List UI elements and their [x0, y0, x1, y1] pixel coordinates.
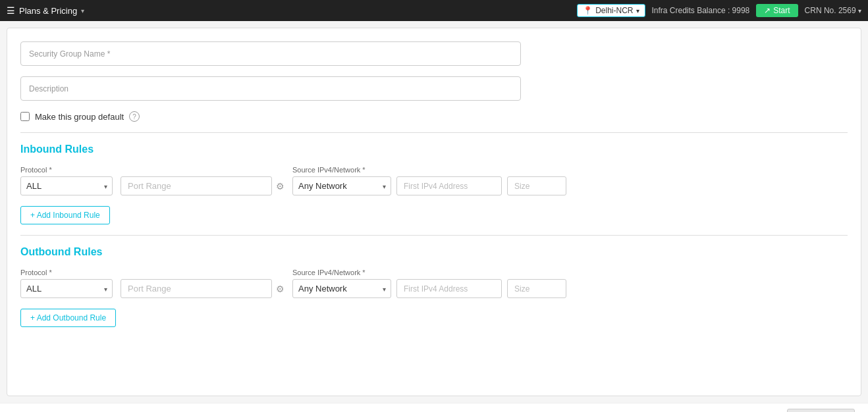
crn-chevron: ▾: [858, 7, 861, 14]
security-group-name-field: [20, 41, 848, 66]
outbound-protocol-select[interactable]: ALL TCP UDP ICMP: [20, 279, 113, 298]
outbound-port-input[interactable]: [121, 279, 272, 298]
inbound-source-label: Source IPv4/Network *: [292, 166, 566, 174]
inbound-port-range-group: ⚙: [121, 174, 285, 195]
brand-label: Plans & Pricing: [19, 6, 77, 16]
crn-text: CRN No. 2569: [805, 6, 856, 15]
add-inbound-rule-button[interactable]: + Add Inbound Rule: [20, 206, 110, 224]
main-content: Make this group default ? Inbound Rules …: [7, 28, 861, 396]
inbound-protocol-group: Protocol * ALL TCP UDP ICMP ▾: [20, 166, 113, 195]
inbound-port-input[interactable]: [121, 176, 272, 195]
inbound-rules-section: Inbound Rules Protocol * ALL TCP UDP ICM…: [20, 143, 848, 230]
outbound-size-input[interactable]: [507, 279, 566, 298]
outbound-first-ipv4-input[interactable]: [396, 279, 502, 298]
start-icon: ↗: [764, 6, 771, 15]
top-nav: ☰ Plans & Pricing ▾ 📍 Delhi-NCR ▾ Infra …: [0, 0, 868, 21]
inbound-port-range-wrapper: ⚙: [121, 176, 285, 195]
outbound-protocol-select-wrapper: ALL TCP UDP ICMP ▾: [20, 279, 113, 298]
menu-icon[interactable]: ☰: [7, 5, 15, 16]
outbound-protocol-label: Protocol *: [20, 269, 113, 276]
make-default-label: Make this group default: [35, 112, 124, 122]
start-button[interactable]: ↗ Start: [756, 4, 798, 17]
inbound-rules-title: Inbound Rules: [20, 143, 848, 155]
outbound-port-gear-icon[interactable]: ⚙: [276, 284, 285, 294]
make-default-row: Make this group default ?: [20, 111, 848, 122]
start-label: Start: [773, 6, 790, 15]
description-field: [20, 76, 848, 101]
description-input[interactable]: [20, 76, 521, 101]
credits-label: Infra Credits Balance : 9998: [652, 6, 750, 15]
security-group-name-input[interactable]: [20, 41, 521, 66]
outbound-source-group: Source IPv4/Network * Any Network Custom…: [292, 269, 566, 298]
outbound-source-select-wrapper: Any Network Custom ▾: [292, 279, 391, 298]
nav-left: ☰ Plans & Pricing ▾: [7, 5, 84, 16]
outbound-source-label: Source IPv4/Network *: [292, 269, 566, 276]
brand-chevron[interactable]: ▾: [81, 7, 84, 14]
bottom-bar: Create Group: [0, 403, 868, 412]
info-icon[interactable]: ?: [129, 111, 140, 122]
crn-label[interactable]: CRN No. 2569 ▾: [805, 6, 861, 15]
outbound-protocol-group: Protocol * ALL TCP UDP ICMP ▾: [20, 269, 113, 298]
inbound-source-group: Source IPv4/Network * Any Network Custom…: [292, 166, 566, 195]
create-group-button[interactable]: Create Group: [787, 409, 855, 412]
inbound-source-select[interactable]: Any Network Custom: [292, 176, 391, 195]
outbound-rules-title: Outbound Rules: [20, 246, 848, 258]
outbound-rules-row: Protocol * ALL TCP UDP ICMP ▾ ⚙: [20, 269, 848, 298]
region-label: Delhi-NCR: [595, 6, 633, 15]
inbound-protocol-select-wrapper: ALL TCP UDP ICMP ▾: [20, 176, 113, 195]
pin-icon: 📍: [583, 6, 593, 15]
inbound-protocol-label: Protocol *: [20, 166, 113, 174]
inbound-size-input[interactable]: [507, 176, 566, 195]
nav-right: 📍 Delhi-NCR ▾ Infra Credits Balance : 99…: [577, 4, 861, 17]
region-selector[interactable]: 📍 Delhi-NCR ▾: [577, 4, 645, 17]
region-chevron: ▾: [636, 7, 639, 14]
inbound-source-select-wrapper: Any Network Custom ▾: [292, 176, 391, 195]
inbound-first-ipv4-input[interactable]: [396, 176, 502, 195]
add-outbound-rule-button[interactable]: + Add Outbound Rule: [20, 309, 116, 327]
make-default-checkbox[interactable]: [20, 112, 30, 121]
outbound-port-range-wrapper: ⚙: [121, 279, 285, 298]
inbound-port-gear-icon[interactable]: ⚙: [276, 181, 285, 192]
outbound-divider: [20, 235, 848, 236]
inbound-rules-row: Protocol * ALL TCP UDP ICMP ▾ ⚙: [20, 166, 848, 195]
outbound-source-select[interactable]: Any Network Custom: [292, 279, 391, 298]
inbound-protocol-select[interactable]: ALL TCP UDP ICMP: [20, 176, 113, 195]
outbound-rules-section: Outbound Rules Protocol * ALL TCP UDP IC…: [20, 246, 848, 332]
inbound-divider: [20, 132, 848, 133]
outbound-port-range-group: ⚙: [121, 276, 285, 298]
